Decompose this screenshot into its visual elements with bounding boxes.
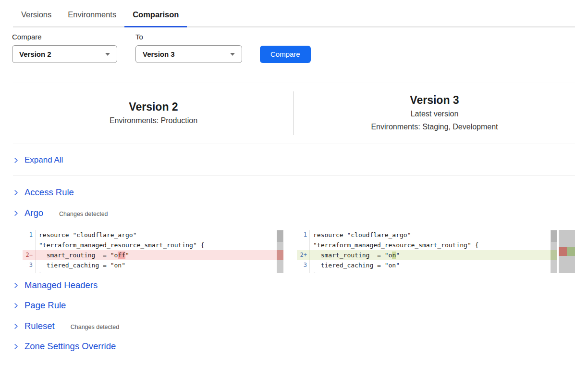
left-panel-scrollbar[interactable] xyxy=(277,230,283,273)
compare-form: Compare Version 2 To Version 3 Compare xyxy=(12,33,311,63)
diff-minimap[interactable] xyxy=(559,230,575,273)
code-line: 3 tiered_caching = "on" xyxy=(297,260,557,270)
chevron-right-icon xyxy=(13,323,19,329)
scrollbar-removed-marker xyxy=(277,250,283,260)
chevron-right-icon xyxy=(13,343,19,350)
compare-to-select[interactable]: Version 3 xyxy=(135,45,242,63)
to-label: To xyxy=(135,33,260,41)
code-text: resource "cloudflare_argo" xyxy=(310,230,411,240)
chevron-right-icon xyxy=(13,303,19,309)
line-number: 3 xyxy=(23,260,36,270)
code-line-removed: 2− smart_routing = "off" xyxy=(23,250,283,260)
right-panel-scrollbar[interactable] xyxy=(551,230,557,273)
tab-bar: Versions Environments Comparison xyxy=(13,0,575,27)
section-label: Managed Headers xyxy=(24,280,98,291)
chevron-right-icon xyxy=(13,210,19,216)
expand-all-band: Expand All xyxy=(13,145,575,176)
section-page-rule[interactable]: Page Rule xyxy=(13,300,66,311)
code-line: 3 tiered_caching = "on" xyxy=(23,260,283,270)
code-line-clipped: } xyxy=(23,270,283,273)
section-label: Zone Settings Override xyxy=(24,341,116,352)
code-line-added: 2+ smart_routing = "on" xyxy=(297,250,557,260)
section-ruleset[interactable]: Ruleset Changes detected xyxy=(13,321,119,331)
removed-word-highlight: ff xyxy=(118,252,125,259)
compare-label: Compare xyxy=(12,33,135,41)
changes-detected-badge: Changes detected xyxy=(71,324,119,330)
expand-all-label: Expand All xyxy=(24,155,63,165)
chevron-down-icon xyxy=(230,53,235,56)
line-number: 3 xyxy=(297,260,310,270)
line-number xyxy=(297,270,310,273)
compare-field: Compare Version 2 xyxy=(12,33,135,63)
chevron-down-icon xyxy=(105,53,110,56)
compare-from-select[interactable]: Version 2 xyxy=(12,45,117,63)
code-text: } xyxy=(36,270,43,273)
code-text: resource "cloudflare_argo" xyxy=(36,230,137,240)
code-line-wrap: "terraform_managed_resource_smart_routin… xyxy=(23,240,283,250)
tab-versions[interactable]: Versions xyxy=(13,3,60,27)
to-field: To Version 3 xyxy=(135,33,260,63)
code-text: "terraform_managed_resource_smart_routin… xyxy=(36,240,204,250)
version-right-title: Version 3 xyxy=(410,93,459,107)
line-number xyxy=(297,240,310,250)
scrollbar-thumb[interactable] xyxy=(277,230,283,242)
version-right-header: Version 3 Latest version Environments: S… xyxy=(294,83,575,143)
expand-all-button[interactable]: Expand All xyxy=(13,155,63,165)
section-label: Access Rule xyxy=(24,187,74,198)
line-number: 1 xyxy=(297,230,310,240)
code-text: smart_routing = "on" xyxy=(310,250,400,260)
tab-comparison[interactable]: Comparison xyxy=(124,3,187,27)
diff-right-panel: 1resource "cloudflare_argo" "terraform_m… xyxy=(297,230,557,273)
code-text: smart_routing = "off" xyxy=(36,250,129,260)
line-number: 2+ xyxy=(297,250,310,260)
section-managed-headers[interactable]: Managed Headers xyxy=(13,280,98,291)
compare-button[interactable]: Compare xyxy=(260,46,311,63)
comparison-page: Versions Environments Comparison Compare… xyxy=(0,0,588,379)
header-divider xyxy=(293,91,294,135)
line-number: 2− xyxy=(23,250,36,260)
compare-to-value: Version 3 xyxy=(143,50,175,58)
version-left-header: Version 2 Environments: Production xyxy=(13,83,294,143)
chevron-right-icon xyxy=(13,157,19,164)
code-segment: " xyxy=(125,252,129,259)
version-right-environments: Environments: Staging, Development xyxy=(371,120,498,133)
section-label: Page Rule xyxy=(24,300,66,311)
changes-detected-badge: Changes detected xyxy=(59,211,108,217)
chevron-right-icon xyxy=(13,190,19,196)
compare-from-value: Version 2 xyxy=(19,50,51,58)
section-argo[interactable]: Argo Changes detected xyxy=(13,208,108,218)
version-left-environments: Environments: Production xyxy=(110,114,197,127)
tab-environments[interactable]: Environments xyxy=(60,3,124,27)
minimap-removed-marker xyxy=(559,247,567,256)
version-headers: Version 2 Environments: Production Versi… xyxy=(13,83,575,143)
minimap-added-marker xyxy=(567,247,575,256)
section-label: Argo xyxy=(24,208,43,218)
line-number xyxy=(23,240,36,250)
code-text: tiered_caching = "on" xyxy=(310,260,400,270)
code-line: 1resource "cloudflare_argo" xyxy=(23,230,283,240)
code-line-wrap: "terraform_managed_resource_smart_routin… xyxy=(297,240,557,250)
code-text: "terraform_managed_resource_smart_routin… xyxy=(310,240,478,250)
diff-left-panel: 1resource "cloudflare_argo" "terraform_m… xyxy=(23,230,283,273)
line-number xyxy=(23,270,36,273)
code-line-clipped: } xyxy=(297,270,557,273)
section-label: Ruleset xyxy=(24,321,55,331)
chevron-right-icon xyxy=(13,282,19,289)
line-number: 1 xyxy=(23,230,36,240)
code-segment: smart_routing = "o xyxy=(39,252,118,259)
code-text: } xyxy=(310,270,317,273)
code-segment: " xyxy=(396,252,400,259)
code-line: 1resource "cloudflare_argo" xyxy=(297,230,557,240)
scrollbar-thumb[interactable] xyxy=(551,230,557,242)
scrollbar-added-marker xyxy=(551,250,557,260)
section-access-rule[interactable]: Access Rule xyxy=(13,187,74,198)
version-left-title: Version 2 xyxy=(129,100,178,114)
code-text: tiered_caching = "on" xyxy=(36,260,125,270)
version-right-latest: Latest version xyxy=(411,107,459,120)
section-zone-settings-override[interactable]: Zone Settings Override xyxy=(13,341,116,352)
code-segment: smart_routing = "o xyxy=(313,252,392,259)
